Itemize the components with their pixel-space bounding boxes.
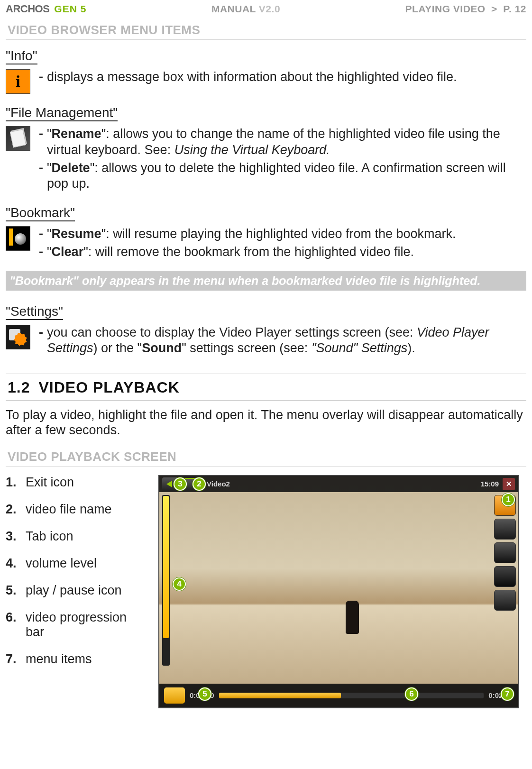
legend-5: play / pause icon (26, 583, 122, 598)
legend-7: menu items (26, 652, 92, 667)
callout-marker-3: 3 (174, 477, 187, 491)
progress-bar[interactable] (219, 693, 484, 698)
menu-item-settings-title: "Settings" (6, 304, 63, 320)
delete-description: "Delete": allows you to delete the highl… (47, 160, 526, 192)
close-icon[interactable]: ✕ (503, 478, 515, 490)
section-heading-menu-items: VIDEO BROWSER MENU ITEMS (6, 16, 526, 40)
bullet-dash: - (39, 226, 43, 242)
settings-mid: ) or the " (93, 341, 142, 355)
callout-marker-7: 7 (501, 687, 514, 701)
delete-text: : allows you to delete the highlighted v… (47, 161, 506, 191)
menu-settings-icon[interactable] (494, 590, 516, 611)
callout-marker-4: 4 (173, 577, 186, 591)
callout-marker-6: 6 (405, 687, 418, 701)
video-player-screenshot: Video2 15:09 ✕ 0:01:10 0:02:46 1 2 3 (158, 475, 519, 708)
clear-text: : will remove the bookmark from the high… (88, 245, 414, 259)
bullet-dash: - (39, 69, 43, 85)
list-item: 4.volume level (6, 556, 148, 571)
section-heading-playback: 1.2VIDEO PLAYBACK (6, 374, 526, 401)
menu-item-info-title: "Info" (6, 48, 37, 64)
settings-end: ). (407, 341, 415, 355)
menu-speed-icon[interactable] (494, 542, 516, 563)
player-bottombar: 0:01:10 0:02:46 (159, 684, 518, 707)
bullet-dash: - (39, 160, 43, 192)
page-header: ARCHOS GEN 5 MANUAL V2.0 PLAYING VIDEO >… (6, 0, 526, 16)
list-item: 5.play / pause icon (6, 583, 148, 598)
rename-label: Rename (52, 127, 101, 141)
menu-format-icon[interactable] (494, 519, 516, 540)
video-content-silhouette (346, 601, 359, 634)
delete-label: Delete (52, 161, 90, 175)
breadcrumb-section: PLAYING VIDEO (405, 3, 486, 14)
page-number: P. 12 (503, 3, 526, 14)
settings-description: you can choose to display the Video Play… (47, 325, 526, 357)
menu-item-bookmark-title: "Bookmark" (6, 205, 75, 221)
product-line: GEN 5 (54, 3, 86, 15)
legend-list: 1.Exit icon 2.video file name 3.Tab icon… (6, 475, 148, 679)
volume-bar[interactable] (162, 495, 170, 666)
version-label: V2.0 (259, 3, 280, 14)
bullet-dash: - (39, 244, 43, 260)
legend-1: Exit icon (26, 475, 74, 490)
sound-label: Sound (142, 341, 182, 355)
resume-description: "Resume": will resume playing the highli… (47, 226, 456, 242)
player-topbar: Video2 15:09 ✕ (159, 476, 518, 492)
resume-label: Resume (52, 227, 101, 241)
callout-marker-5: 5 (198, 687, 211, 701)
file-icon (6, 126, 30, 151)
bullet-dash: - (39, 325, 43, 357)
doc-title: MANUAL V2.0 (211, 3, 280, 15)
legend-4: volume level (26, 556, 97, 571)
manual-label: MANUAL (211, 3, 256, 14)
legend-6: video progression bar (26, 610, 148, 640)
section-title: VIDEO PLAYBACK (38, 379, 179, 396)
list-item: 1.Exit icon (6, 475, 148, 490)
resume-text: : will resume playing the highlighted vi… (106, 227, 456, 241)
brand-logo: ARCHOS (6, 3, 49, 15)
bookmark-note: "Bookmark" only appears in the menu when… (6, 271, 526, 291)
settings-ref2: "Sound" Settings (312, 341, 407, 355)
info-icon (6, 69, 30, 94)
bookmark-icon (6, 226, 30, 251)
clock-label: 15:09 (481, 480, 499, 488)
settings-icon (6, 325, 30, 349)
callout-marker-2: 2 (193, 477, 206, 491)
chevron-right-icon: > (491, 3, 497, 14)
playback-intro: To play a video, highlight the file and … (6, 407, 526, 438)
section-heading-playback-screen: VIDEO PLAYBACK SCREEN (6, 443, 526, 467)
legend-2: video file name (26, 502, 112, 517)
legend-3: Tab icon (26, 529, 73, 544)
clear-description: "Clear": will remove the bookmark from t… (47, 244, 414, 260)
settings-mid2: " settings screen (see: (182, 341, 312, 355)
video-filename: Video2 (207, 480, 230, 488)
rename-ref: Using the Virtual Keyboard. (174, 143, 330, 157)
menu-sidebar (494, 495, 516, 611)
list-item: 2.video file name (6, 502, 148, 517)
clear-label: Clear (52, 245, 84, 259)
menu-item-file-title: "File Management" (6, 105, 118, 121)
list-item: 3.Tab icon (6, 529, 148, 544)
callout-marker-1: 1 (502, 493, 515, 506)
info-description: displays a message box with information … (47, 69, 457, 85)
rename-description: "Rename": allows you to change the name … (47, 126, 526, 158)
list-item: 6.video progression bar (6, 610, 148, 640)
play-pause-icon[interactable] (164, 687, 185, 704)
menu-bookmark-icon[interactable] (494, 566, 516, 587)
list-item: 7.menu items (6, 652, 148, 667)
section-number: 1.2 (8, 379, 30, 396)
settings-pre: you can choose to display the Video Play… (47, 325, 417, 339)
bullet-dash: - (39, 126, 43, 158)
breadcrumb: PLAYING VIDEO > P. 12 (405, 3, 526, 15)
